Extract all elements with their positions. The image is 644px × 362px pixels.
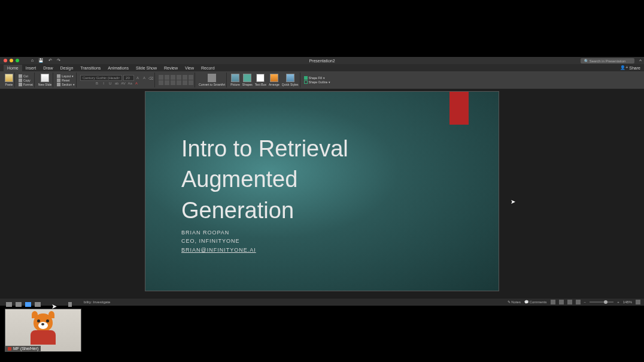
font-name-select[interactable] — [80, 75, 122, 81]
clipboard-group: Paste — [4, 73, 15, 88]
increase-font-button[interactable]: A — [135, 76, 140, 80]
zoom-out-button[interactable]: − — [584, 300, 587, 304]
font-size-select[interactable] — [123, 75, 134, 81]
mouse-cursor-icon: ➤ — [511, 198, 515, 205]
shadow-button[interactable]: AV — [121, 82, 126, 85]
slide-subtitle-text[interactable]: BRIAN ROOPAN CEO, INFINITYONE BRIAN@INFI… — [181, 228, 256, 254]
font-group: AA⌫ B I U ab AV Aa A — [79, 73, 155, 88]
accent-shape[interactable] — [449, 92, 469, 125]
zoom-in-button[interactable]: + — [617, 300, 619, 304]
notes-button[interactable]: ✎ Notes — [508, 300, 521, 304]
taskbar-item-3[interactable] — [25, 302, 31, 307]
tab-transitions[interactable]: Transitions — [77, 65, 104, 71]
slide-title-text[interactable]: Intro to Retrieval Augmented Generation — [181, 134, 348, 226]
normal-view-button[interactable] — [551, 300, 555, 304]
section-button[interactable]: Section ▾ — [57, 83, 75, 86]
format-painter-button[interactable]: Format — [19, 83, 33, 86]
participant-name-tag: MF (She/Her) — [5, 346, 41, 351]
shape-fill-button[interactable]: Shape Fill ▾ — [304, 76, 325, 80]
paragraph-group — [157, 73, 195, 88]
paste-button[interactable]: Paste — [5, 74, 13, 86]
comments-button[interactable]: 💬 Comments — [524, 300, 547, 304]
decrease-font-button[interactable]: A — [142, 76, 147, 80]
convert-smartart-button[interactable]: Convert to SmartArt — [199, 74, 225, 86]
reset-button[interactable]: Reset — [57, 79, 69, 82]
tab-draw[interactable]: Draw — [40, 65, 56, 71]
reading-view-button[interactable] — [567, 300, 572, 304]
numbering-button[interactable] — [165, 75, 169, 80]
slide-opts-group: Layout ▾ Reset Section ▾ — [56, 73, 77, 88]
arrange-button[interactable]: Arrange — [269, 74, 280, 86]
participant-name: MF (She/Her) — [13, 346, 38, 351]
align-left-button[interactable] — [159, 80, 163, 85]
align-text-button[interactable] — [189, 80, 193, 85]
picture-button[interactable]: Picture — [230, 74, 240, 86]
sorter-view-button[interactable] — [559, 300, 564, 304]
bullets-button[interactable] — [159, 75, 163, 80]
redo-icon[interactable]: ↷ — [57, 58, 60, 63]
tab-animations[interactable]: Animations — [104, 65, 132, 71]
ribbon-collapse-icon[interactable]: ^ — [639, 58, 642, 64]
underline-button[interactable]: U — [108, 82, 113, 85]
slide-canvas[interactable]: Intro to Retrieval Augmented Generation … — [0, 89, 644, 298]
strike-button[interactable]: ab — [114, 82, 119, 85]
new-slide-button[interactable]: New Slide — [38, 74, 52, 86]
shapes-button[interactable]: Shapes — [242, 74, 253, 86]
undo-icon[interactable]: ↶ — [48, 58, 52, 63]
font-color-button[interactable]: A — [134, 82, 139, 85]
tab-design[interactable]: Design — [57, 65, 77, 71]
bold-button[interactable]: B — [95, 82, 99, 85]
taskbar-item-1[interactable] — [6, 302, 12, 307]
taskbar-item-4[interactable] — [35, 302, 41, 307]
slides-group: New Slide — [37, 73, 54, 88]
align-center-button[interactable] — [165, 80, 169, 85]
search-input[interactable]: 🔍 Search in Presentation — [581, 58, 634, 64]
clipboard-small-group: Cut Copy Format — [17, 73, 35, 88]
home-icon[interactable]: ⌂ — [31, 58, 34, 63]
save-icon[interactable]: 💾 — [38, 58, 44, 63]
titlebar: ⌂ 💾 ↶ ↷ Presentation2 🔍 Search in Presen… — [0, 57, 644, 64]
taskbar-item-5[interactable] — [68, 302, 72, 307]
text-dir-button[interactable] — [189, 75, 193, 80]
fit-to-window-button[interactable] — [636, 300, 640, 304]
tab-view[interactable]: View — [181, 65, 198, 71]
cut-button[interactable]: Cut — [19, 74, 28, 78]
columns-button[interactable] — [183, 80, 187, 85]
align-right-button[interactable] — [171, 80, 175, 85]
align-justify-button[interactable] — [177, 80, 181, 85]
slide[interactable]: Intro to Retrieval Augmented Generation … — [145, 92, 499, 291]
zoom-level[interactable]: 148% — [623, 300, 632, 304]
layout-button[interactable]: Layout ▾ — [57, 74, 74, 78]
document-title: Presentation2 — [309, 59, 335, 63]
close-window-button[interactable] — [4, 59, 7, 62]
ribbon-tabs: Home Insert Draw Design Transitions Anim… — [0, 64, 644, 71]
video-participant-tile[interactable]: MF (She/Her) — [5, 309, 81, 352]
zoom-slider[interactable] — [590, 301, 613, 303]
tab-insert[interactable]: Insert — [22, 65, 40, 71]
minimize-window-button[interactable] — [10, 59, 13, 62]
tab-home[interactable]: Home — [4, 65, 22, 71]
taskbar — [6, 302, 72, 307]
shape-style-group: Shape Fill ▾ Shape Outline ▾ — [303, 73, 332, 88]
tab-record[interactable]: Record — [198, 65, 218, 71]
copy-button[interactable]: Copy — [19, 79, 31, 82]
line-spacing-button[interactable] — [183, 75, 187, 80]
ribbon: Paste Cut Copy Format New Slide Layout ▾… — [0, 71, 644, 89]
quick-styles-button[interactable]: Quick Styles — [282, 74, 299, 86]
powerpoint-window: ⌂ 💾 ↶ ↷ Presentation2 🔍 Search in Presen… — [0, 57, 644, 306]
clear-format-button[interactable]: ⌫ — [148, 76, 153, 80]
tab-slideshow[interactable]: Slide Show — [132, 65, 160, 71]
accessibility-status[interactable]: bility: Investigate — [84, 300, 110, 304]
share-button[interactable]: 👤+ Share — [620, 65, 640, 70]
shape-outline-button[interactable]: Shape Outline ▾ — [304, 80, 331, 84]
char-spacing-button[interactable]: Aa — [127, 82, 132, 85]
indent-inc-button[interactable] — [177, 75, 181, 80]
indent-dec-button[interactable] — [171, 75, 175, 80]
slideshow-view-button[interactable] — [576, 300, 581, 304]
taskbar-item-2[interactable] — [16, 302, 22, 307]
maximize-window-button[interactable] — [16, 59, 19, 62]
text-box-button[interactable]: Text Box — [255, 74, 266, 86]
mic-muted-icon — [8, 347, 11, 351]
italic-button[interactable]: I — [101, 82, 106, 85]
tab-review[interactable]: Review — [160, 65, 181, 71]
